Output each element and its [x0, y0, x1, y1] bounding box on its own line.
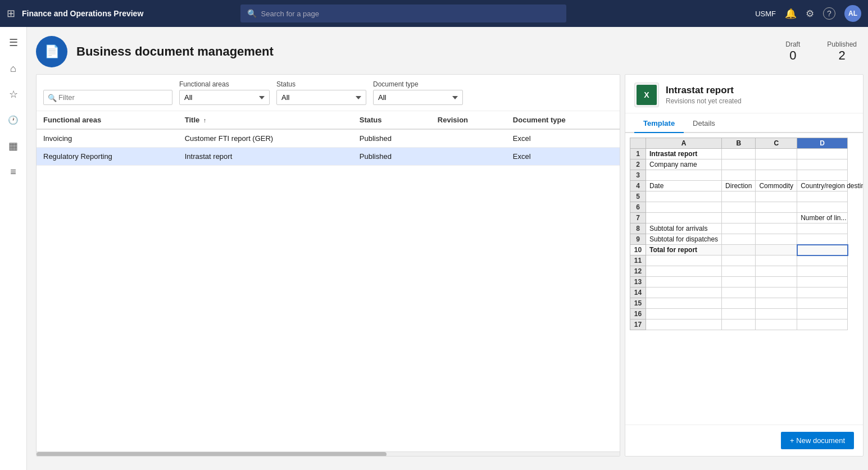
gear-icon[interactable]: ⚙ [806, 8, 814, 20]
excel-row: 1Intrastat report [630, 149, 848, 159]
document-type-filter: Document type All Excel Word [373, 80, 463, 105]
avatar[interactable]: AL [844, 5, 861, 22]
new-document-button[interactable]: + New document [781, 432, 854, 449]
excel-cell [646, 320, 722, 330]
main-area: 📄 Business document management Draft 0 P… [27, 27, 868, 470]
excel-row: 9Subtotal for dispatches [630, 234, 848, 245]
col-revision: Revision [431, 111, 506, 129]
excel-cell [797, 191, 848, 202]
table-row[interactable]: Regulatory ReportingIntrastat reportPubl… [37, 148, 620, 166]
header-stats: Draft 0 Published 2 [785, 40, 857, 63]
excel-cell [756, 245, 797, 255]
excel-row: 10Total for report [630, 245, 848, 255]
rp-footer: + New document [625, 425, 863, 456]
sort-icon: ↑ [203, 117, 207, 124]
excel-cell [756, 191, 797, 202]
excel-col-header: C [756, 138, 797, 149]
scroll-track[interactable] [37, 451, 620, 456]
excel-row: 14 [630, 288, 848, 298]
excel-cell [797, 320, 848, 330]
right-panel: X Intrastat report Revisions not yet cre… [625, 74, 864, 457]
excel-row-header: 15 [630, 298, 646, 309]
excel-row-header: 16 [630, 309, 646, 320]
excel-row-header: 7 [630, 213, 646, 223]
status-select[interactable]: All Published Draft [276, 90, 366, 105]
sidebar-favorites[interactable]: ☆ [3, 84, 24, 104]
excel-cell [756, 277, 797, 288]
excel-cell [722, 266, 756, 277]
help-icon[interactable]: ? [823, 7, 835, 20]
excel-cell [756, 149, 797, 159]
sidebar-modules[interactable]: ≡ [3, 162, 24, 182]
excel-cell [722, 191, 756, 202]
table-row[interactable]: InvoicingCustomer FTI report (GER)Publis… [37, 129, 620, 148]
tab-template[interactable]: Template [634, 113, 684, 133]
table-scroll-area[interactable]: Functional areas Title ↑ Status Revision… [37, 111, 620, 451]
excel-cell [797, 170, 848, 181]
filter-input[interactable] [43, 90, 172, 105]
rp-title: Intrastat report [666, 85, 742, 96]
excel-cell [646, 213, 722, 223]
excel-row: 2Company name [630, 159, 848, 170]
excel-cell: Number of lin... [797, 213, 848, 223]
excel-cell [722, 245, 756, 255]
filter-row: 🔍 Functional areas All Invoicing Regulat… [37, 75, 620, 111]
excel-corner [630, 138, 646, 149]
bell-icon[interactable]: 🔔 [785, 8, 797, 20]
search-bar[interactable]: 🔍 [240, 4, 566, 22]
excel-row: 6 [630, 202, 848, 213]
tab-details[interactable]: Details [684, 113, 724, 133]
excel-grid: ABCD1Intrastat report2Company name34Date… [630, 138, 848, 330]
rp-header: X Intrastat report Revisions not yet cre… [625, 75, 863, 113]
excel-cell [756, 159, 797, 170]
content-body: 🔍 Functional areas All Invoicing Regulat… [27, 74, 868, 461]
excel-cell: Country/region destination [797, 181, 848, 191]
excel-cell [646, 288, 722, 298]
excel-cell [797, 298, 848, 309]
excel-preview[interactable]: ABCD1Intrastat report2Company name34Date… [625, 133, 863, 425]
excel-row-header: 8 [630, 223, 646, 234]
sidebar-hamburger[interactable]: ☰ [3, 33, 24, 53]
excel-cell [756, 223, 797, 234]
excel-cell [756, 309, 797, 320]
search-input[interactable] [261, 10, 560, 18]
status-label: Status [276, 80, 366, 88]
app-grid-icon[interactable]: ⊞ [7, 7, 15, 20]
excel-cell [722, 170, 756, 181]
excel-col-header: A [646, 138, 722, 149]
excel-cell [722, 298, 756, 309]
excel-cell [756, 266, 797, 277]
excel-cell [646, 277, 722, 288]
company-selector[interactable]: USMF [755, 10, 776, 18]
functional-areas-select[interactable]: All Invoicing Regulatory Reporting [179, 90, 270, 105]
excel-cell: Date [646, 181, 722, 191]
rp-header-info: Intrastat report Revisions not yet creat… [666, 85, 742, 105]
excel-row-header: 12 [630, 266, 646, 277]
table-header-row: Functional areas Title ↑ Status Revision… [37, 111, 620, 129]
excel-cell: Commodity [756, 181, 797, 191]
top-nav: ⊞ Finance and Operations Preview 🔍 USMF … [0, 0, 868, 27]
status-filter: Status All Published Draft [276, 80, 366, 105]
excel-cell [722, 213, 756, 223]
excel-cell [797, 309, 848, 320]
sidebar-home[interactable]: ⌂ [3, 58, 24, 79]
excel-cell [646, 266, 722, 277]
excel-cell [722, 309, 756, 320]
functional-areas-label: Functional areas [179, 80, 270, 88]
cell-functional_area: Regulatory Reporting [37, 148, 178, 166]
excel-row: 11 [630, 255, 848, 266]
draft-stat: Draft 0 [785, 40, 800, 63]
document-type-select[interactable]: All Excel Word [373, 90, 463, 105]
col-status: Status [353, 111, 431, 129]
sidebar-workspaces[interactable]: ▦ [3, 136, 24, 156]
sidebar-recent[interactable]: 🕐 [3, 110, 24, 130]
col-title[interactable]: Title ↑ [178, 111, 353, 129]
excel-icon: X [637, 85, 657, 105]
rp-tabs: Template Details [625, 113, 863, 133]
excel-row-header: 11 [630, 255, 646, 266]
excel-cell [722, 149, 756, 159]
scroll-thumb[interactable] [37, 452, 387, 457]
excel-row: 17 [630, 320, 848, 330]
excel-cell [797, 234, 848, 245]
excel-cell [797, 202, 848, 213]
